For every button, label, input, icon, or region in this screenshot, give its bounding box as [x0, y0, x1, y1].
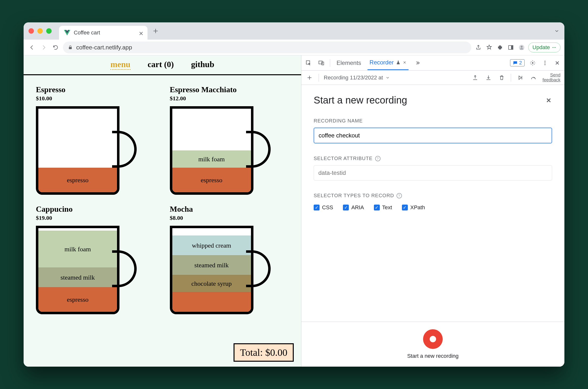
product-price: $19.00: [36, 215, 155, 221]
lock-icon: [68, 45, 73, 50]
svg-point-4: [521, 46, 523, 48]
maximize-window-button[interactable]: [46, 28, 52, 34]
nav-github[interactable]: github: [191, 60, 214, 70]
checkbox-icon: ✓: [314, 205, 320, 210]
kebab-icon[interactable]: [541, 59, 549, 67]
forward-button[interactable]: [39, 43, 48, 52]
page: menu cart (0) github Espresso$10.00espre…: [24, 55, 301, 367]
cup-handle: [246, 250, 271, 287]
cup-layer: steamed milk: [38, 267, 117, 287]
send-feedback-link[interactable]: Send feedback: [543, 73, 560, 83]
record-button[interactable]: [423, 329, 443, 349]
browser-window: Coffee cart coffee-cart.netlify.app: [24, 22, 564, 367]
device-toggle-icon[interactable]: [317, 59, 325, 67]
url-text: coffee-cart.netlify.app: [76, 44, 132, 51]
tabs-menu-button[interactable]: [554, 28, 559, 34]
delete-icon[interactable]: [497, 73, 506, 82]
check-css[interactable]: ✓CSS: [314, 204, 333, 211]
more-tabs-icon[interactable]: [413, 59, 421, 67]
settings-icon[interactable]: [528, 59, 537, 67]
cart-total[interactable]: Total: $0.00: [234, 343, 294, 362]
inspect-icon[interactable]: [304, 59, 313, 67]
cup-layer: steamed milk: [172, 255, 251, 275]
checkbox-icon: ✓: [343, 205, 349, 210]
issues-badge[interactable]: 2: [510, 59, 525, 66]
product-name: Cappucino: [36, 205, 155, 214]
check-xpath[interactable]: ✓XPath: [402, 204, 425, 211]
check-aria[interactable]: ✓ARIA: [343, 204, 364, 211]
recording-name-label: RECORDING NAME: [314, 118, 552, 124]
share-icon[interactable]: [474, 43, 483, 52]
tab-recorder[interactable]: Recorder: [368, 56, 408, 70]
close-tab-icon[interactable]: [138, 31, 143, 35]
heading-text: Start a new recording: [314, 95, 407, 106]
checkbox-icon: ✓: [374, 205, 380, 210]
recorder-heading: Start a new recording: [314, 95, 552, 106]
recording-selector[interactable]: Recording 11/23/2022 at: [324, 74, 466, 81]
selector-attribute-input[interactable]: [314, 165, 552, 181]
new-tab-button[interactable]: [153, 28, 159, 34]
recording-name-input[interactable]: [314, 128, 552, 143]
divider: [511, 74, 511, 82]
svg-rect-2: [511, 45, 513, 49]
selector-attribute-label: SELECTOR ATTRIBUTE ?: [314, 156, 552, 161]
product-card[interactable]: Cappucino$19.00milk foamsteamed milkespr…: [36, 205, 155, 317]
close-devtools-icon[interactable]: [553, 59, 561, 67]
message-icon: [513, 61, 518, 65]
tab-title: Coffee cart: [74, 30, 135, 36]
chevron-down-icon: [385, 75, 390, 80]
browser-tab[interactable]: Coffee cart: [59, 26, 148, 40]
export-icon[interactable]: [471, 73, 479, 82]
product-name: Espresso: [36, 85, 155, 94]
svg-point-7: [555, 47, 556, 48]
cup-layer: milk foam: [38, 231, 117, 267]
selector-types-checks: ✓CSS ✓ARIA ✓Text ✓XPath: [314, 204, 552, 211]
extensions-icon[interactable]: [496, 43, 504, 52]
cup-layer: milk foam: [172, 151, 251, 168]
close-panel-icon[interactable]: [545, 97, 552, 104]
product-price: $10.00: [36, 95, 155, 102]
product-card[interactable]: Espresso$10.00espresso: [36, 85, 155, 197]
svg-point-11: [532, 62, 533, 64]
tab-bar: Coffee cart: [24, 22, 564, 40]
svg-point-5: [552, 47, 553, 48]
product-price: $8.00: [170, 215, 289, 221]
svg-point-14: [545, 64, 546, 65]
nav-menu[interactable]: menu: [110, 60, 130, 70]
minimize-window-button[interactable]: [37, 28, 43, 34]
replay-icon[interactable]: [516, 73, 524, 82]
profile-icon[interactable]: [518, 43, 526, 52]
cup-handle: [112, 131, 137, 168]
side-panel-icon[interactable]: [507, 43, 515, 52]
tab-elements[interactable]: Elements: [335, 56, 363, 70]
update-label: Update: [532, 44, 550, 51]
product-name: Espresso Macchiato: [170, 85, 289, 94]
cup-layer: [172, 292, 251, 312]
cup-handle: [246, 131, 271, 168]
reload-button[interactable]: [51, 43, 60, 52]
devtools-tabs: Elements Recorder 2: [301, 55, 564, 70]
product-card[interactable]: Mocha$8.00whipped creamsteamed milkchoco…: [170, 205, 289, 317]
nav-cart[interactable]: cart (0): [148, 60, 174, 70]
recording-name-short: Recording 11/23/2022 at: [324, 74, 383, 81]
check-text[interactable]: ✓Text: [374, 204, 392, 211]
help-icon[interactable]: ?: [397, 193, 402, 198]
cup-illustration: whipped creamsteamed milkchocolate syrup: [170, 226, 273, 317]
close-icon[interactable]: [403, 61, 406, 65]
divider: [319, 74, 319, 82]
cup-layer: whipped cream: [172, 236, 251, 255]
window-controls: [29, 28, 52, 34]
url-bar: coffee-cart.netlify.app Update: [24, 40, 564, 55]
back-button[interactable]: [28, 43, 36, 52]
bookmark-icon[interactable]: [485, 43, 493, 52]
flask-icon: [396, 60, 401, 65]
help-icon[interactable]: ?: [375, 156, 380, 161]
performance-icon[interactable]: [529, 73, 538, 82]
add-recording-icon[interactable]: [305, 73, 314, 82]
import-icon[interactable]: [484, 73, 493, 82]
svg-rect-0: [69, 47, 72, 49]
product-card[interactable]: Espresso Macchiato$12.00milk foamespress…: [170, 85, 289, 197]
update-button[interactable]: Update: [528, 42, 560, 52]
close-window-button[interactable]: [29, 28, 34, 34]
address-bar[interactable]: coffee-cart.netlify.app: [63, 42, 471, 53]
